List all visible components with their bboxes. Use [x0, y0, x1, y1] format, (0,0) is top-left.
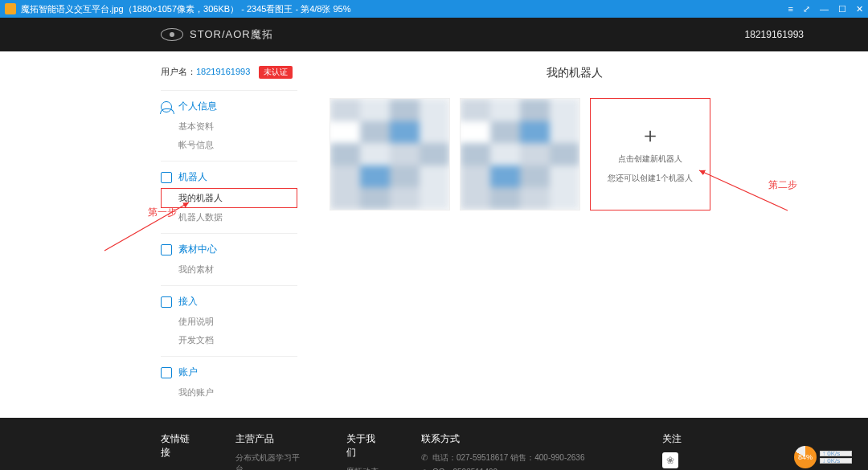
window-titlebar: 魔拓智能语义交互平台.jpg（1880×1057像素，306KB） - 2345…	[0, 0, 868, 18]
download-speed: ↓ 0K/s	[820, 458, 852, 464]
close-icon[interactable]: ✕	[856, 4, 863, 14]
username-row: 用户名：18219161993 未认证	[161, 66, 297, 79]
footer-contact: 联系方式 ✆电话：027-59518617 销售：400-990-2636 ◉Q…	[421, 432, 622, 470]
sidebar-item-basic-info[interactable]: 基本资料	[161, 117, 297, 136]
menu-icon[interactable]: ≡	[788, 4, 793, 14]
site-footer: 友情链接 主营产品 分布式机器学习平台 智能交互舆情平台 魔拓智能语义交互平台 …	[0, 418, 868, 470]
upload-speed: ↑ 0K/s	[820, 451, 852, 456]
phone-icon: ✆	[421, 453, 429, 462]
expand-icon[interactable]: ⤢	[803, 4, 810, 14]
network-gauge[interactable]: 84% ↑ 0K/s ↓ 0K/s	[794, 446, 852, 468]
menu-head-robot[interactable]: 机器人	[161, 166, 297, 188]
brand-logo[interactable]: STOR/AOR魔拓	[161, 27, 273, 42]
sidebar: 用户名：18219161993 未认证 个人信息 基本资料 帐号信息 机器人 我…	[161, 66, 297, 402]
footer-about: 关于我们 魔拓动态 产品服务 应用案例 加入我们	[346, 432, 381, 470]
sidebar-item-devdocs[interactable]: 开发文档	[161, 331, 297, 349]
username-label: 用户名：	[161, 67, 196, 76]
logo-icon	[161, 28, 183, 41]
minimize-icon[interactable]: —	[820, 4, 829, 14]
username-value: 18219161993	[196, 67, 250, 76]
access-icon	[161, 296, 172, 308]
robot-card-1[interactable]	[330, 98, 450, 210]
window-controls: ≡ ⤢ — ☐ ✕	[788, 4, 863, 14]
create-robot-card[interactable]: ＋ 点击创建新机器人 您还可以创建1个机器人	[590, 98, 710, 210]
footer-follow: 关注 ❀	[662, 432, 707, 470]
menu-head-material[interactable]: 素材中心	[161, 239, 297, 260]
gauge-circle: 84%	[794, 446, 817, 468]
auth-badge[interactable]: 未认证	[259, 66, 293, 79]
menu-head-account[interactable]: 账户	[161, 362, 297, 383]
app-icon	[5, 3, 16, 14]
footer-links: 友情链接	[161, 432, 195, 470]
robot-card-2[interactable]	[460, 98, 580, 210]
site-header: STOR/AOR魔拓 18219161993	[0, 18, 868, 51]
sidebar-item-my-account[interactable]: 我的账户	[161, 383, 297, 402]
create-text-1: 点击创建新机器人	[618, 153, 682, 165]
window-title: 魔拓智能语义交互平台.jpg（1880×1057像素，306KB） - 2345…	[21, 3, 788, 15]
sidebar-item-my-robots[interactable]: 我的机器人	[161, 188, 297, 208]
main-area: 我的机器人 ＋ 点击创建新机器人 您还可以创建1个机器人	[297, 66, 820, 402]
sidebar-item-account-info[interactable]: 帐号信息	[161, 136, 297, 154]
sidebar-item-usage[interactable]: 使用说明	[161, 313, 297, 331]
header-username[interactable]: 18219161993	[745, 29, 804, 40]
plus-icon: ＋	[640, 125, 661, 145]
create-text-2: 您还可以创建1个机器人	[608, 173, 693, 184]
user-icon	[161, 101, 172, 112]
menu-head-profile[interactable]: 个人信息	[161, 96, 297, 117]
maximize-icon[interactable]: ☐	[838, 4, 846, 14]
material-icon	[161, 244, 172, 255]
footer-products: 主营产品 分布式机器学习平台 智能交互舆情平台 魔拓智能语义交互平台 智能对话机…	[235, 432, 307, 470]
menu-head-access[interactable]: 接入	[161, 291, 297, 313]
robot-icon	[161, 172, 172, 183]
sidebar-item-my-material[interactable]: 我的素材	[161, 260, 297, 279]
wechat-icon[interactable]: ❀	[662, 452, 678, 468]
brand-text: STOR/AOR魔拓	[190, 27, 273, 42]
page-title: 我的机器人	[330, 66, 820, 80]
sidebar-item-robot-data[interactable]: 机器人数据	[161, 208, 297, 227]
account-icon	[161, 367, 172, 378]
